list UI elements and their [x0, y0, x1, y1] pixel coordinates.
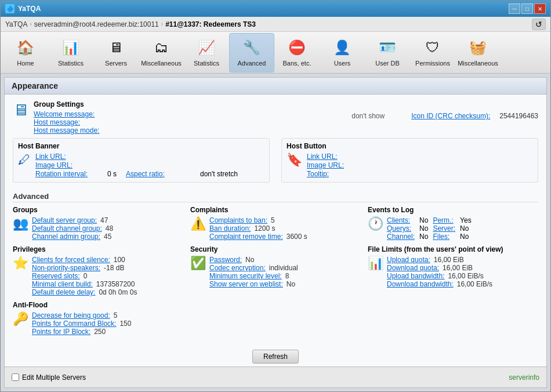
privileges-block: Privileges ⭐ Clients for forced silence:…	[13, 245, 183, 296]
toolbar-bans-label: Bans, etc.	[283, 60, 311, 67]
hb-link-url[interactable]: Link URL:	[307, 153, 376, 161]
toolbar-userdb-label: User DB	[375, 60, 400, 67]
content-area: Appearance 🖥 Group Settings Welcome mess…	[1, 74, 550, 391]
complaints-ban-link[interactable]: Complaints to ban:	[209, 216, 267, 224]
home-icon: 🏠	[15, 37, 36, 58]
toolbar-userdb[interactable]: 🪪 User DB	[365, 33, 410, 72]
points-ip-link[interactable]: Points for IP Block:	[32, 328, 90, 336]
misc1-icon: 🗂	[151, 37, 172, 58]
users-icon: 👤	[332, 37, 353, 58]
reserved-slots-link[interactable]: Reserved slots:	[32, 272, 80, 280]
host-button-title: Host Button	[287, 142, 533, 150]
welcome-message-link[interactable]: Welcome message:	[34, 110, 95, 118]
toolbar-statistics1[interactable]: 📊 Statistics	[48, 33, 93, 72]
password-link[interactable]: Password:	[209, 256, 242, 264]
host-banner-title: Host Banner	[18, 142, 264, 150]
back-button[interactable]: ↺	[532, 19, 546, 30]
show-weblist-link[interactable]: Show server on weblist:	[209, 280, 283, 288]
toolbar-miscellaneous2[interactable]: 🧺 Miscellaneous	[455, 33, 501, 72]
toolbar-servers[interactable]: 🖥 Servers	[93, 33, 139, 72]
minimize-button[interactable]: ─	[509, 3, 520, 14]
maximize-button[interactable]: □	[521, 3, 533, 14]
min-security-link[interactable]: Minimum security level:	[209, 272, 282, 280]
close-button[interactable]: ✕	[534, 3, 546, 14]
statistics2-icon: 📈	[196, 37, 217, 58]
groups-block: Groups 👥 Default server group: 47	[13, 206, 183, 241]
channel-label[interactable]: Channel:	[387, 233, 415, 241]
ban-duration-link[interactable]: Ban duration:	[209, 224, 251, 233]
host-message-link[interactable]: Host message:	[34, 118, 80, 126]
default-server-group-link[interactable]: Default server group:	[32, 216, 97, 224]
default-channel-group-link[interactable]: Default channel group:	[32, 224, 102, 233]
aspect-ratio-link[interactable]: Aspect ratio:	[126, 170, 195, 178]
aspect-value: don't stretch	[200, 170, 238, 178]
addr-server: serveradmin@root4.redeemer.biz:10011	[34, 20, 159, 28]
events-title: Events to Log	[368, 206, 538, 214]
userdb-icon: 🪪	[377, 37, 398, 58]
monitor-icon: 🖥	[13, 100, 29, 119]
banner-image-url[interactable]: Image URL:	[35, 161, 105, 169]
middle-column: Complaints ⚠️ Complaints to ban: 5	[190, 206, 361, 340]
min-client-link[interactable]: Minimal client build:	[32, 280, 93, 288]
toolbar-users-label: Users	[334, 60, 351, 67]
perm-label[interactable]: Perm.:	[433, 216, 455, 224]
toolbar-miscellaneous1[interactable]: 🗂 Miscellaneous	[139, 33, 184, 72]
non-priority-link[interactable]: Non-priority-speakers:	[32, 264, 100, 272]
hb-tooltip[interactable]: Tooltip:	[307, 170, 376, 178]
min-security-val: 8	[285, 272, 289, 280]
min-client-val: 1373587200	[96, 280, 135, 288]
channel-admin-group-val: 45	[104, 233, 111, 241]
complaint-remove-val: 3600 s	[287, 233, 307, 241]
icon-id-link[interactable]: Icon ID (CRC checksum):	[411, 112, 490, 120]
security-icon: ✅	[190, 256, 206, 271]
dont-show-value: don't show	[351, 112, 385, 120]
channel-admin-group-link[interactable]: Channel admin group:	[32, 233, 100, 241]
download-bw-link[interactable]: Download bandwidth:	[387, 280, 454, 288]
banner-icon: 🖊	[18, 153, 31, 168]
toolbar-bans[interactable]: ⛔ Bans, etc.	[274, 33, 320, 72]
forced-silence-link[interactable]: Clients for forced silence:	[32, 256, 110, 264]
edit-multiple-label: Edit Multiple Servers	[22, 373, 86, 382]
host-message-mode-link[interactable]: Host message mode:	[34, 126, 99, 135]
toolbar-advanced[interactable]: 🔧 Advanced	[229, 33, 274, 72]
banner-link-url[interactable]: Link URL:	[35, 153, 105, 161]
download-quota-link[interactable]: Download quota:	[387, 264, 439, 272]
hb-image-url[interactable]: Image URL:	[307, 161, 376, 169]
complaint-remove-link[interactable]: Complaint remove time:	[209, 233, 283, 241]
bottom-bar: Edit Multiple Servers serverinfo	[5, 366, 546, 387]
permissions-icon: 🛡	[422, 37, 443, 58]
advanced-icon: 🔧	[241, 37, 262, 58]
toolbar-statistics2[interactable]: 📈 Statistics	[184, 33, 229, 72]
points-cmd-link[interactable]: Points for Command Block:	[32, 320, 116, 328]
panel-header: Appearance	[5, 78, 546, 95]
app-icon: 🔷	[5, 4, 14, 13]
toolbar-permissions[interactable]: 🛡 Permissions	[410, 33, 455, 72]
toolbar-servers-label: Servers	[105, 60, 127, 67]
toolbar-misc1-label: Miscellaneous	[141, 60, 182, 67]
upload-bw-link[interactable]: Upload bandwidth:	[387, 272, 444, 280]
perm-val: Yes	[460, 216, 472, 224]
complaints-block: Complaints ⚠️ Complaints to ban: 5	[190, 206, 361, 241]
group-settings-block: Group Settings Welcome message: Host mes…	[34, 100, 99, 135]
banner-rotation[interactable]: Rotation interval:	[35, 170, 105, 178]
file-limits-title: File Limits (from the users' point of vi…	[368, 245, 538, 253]
querys-label[interactable]: Querys:	[387, 224, 415, 233]
decrease-good-link[interactable]: Decrease for being good:	[32, 311, 110, 320]
show-weblist-val: No	[287, 280, 295, 288]
ban-duration-val: 1200 s	[254, 224, 275, 233]
edit-multiple-checkbox[interactable]	[12, 373, 19, 381]
codec-enc-link[interactable]: Codec encryption:	[209, 264, 266, 272]
download-bw-val: 16,00 EiB/s	[457, 280, 492, 288]
toolbar-users[interactable]: 👤 Users	[320, 33, 365, 72]
default-delete-link[interactable]: Default delete delay:	[32, 288, 95, 296]
clients-label[interactable]: Clients:	[387, 216, 415, 224]
panel-body: 🖥 Group Settings Welcome message: Host m…	[5, 95, 546, 366]
appearance-section: 🖥 Group Settings Welcome message: Host m…	[13, 100, 538, 183]
decrease-good-val: 5	[114, 311, 118, 320]
refresh-button[interactable]: Refresh	[252, 350, 299, 364]
server-label[interactable]: Server:	[433, 224, 455, 233]
toolbar-home[interactable]: 🏠 Home	[3, 33, 48, 72]
files-label[interactable]: Files:	[433, 233, 455, 241]
upload-quota-link[interactable]: Upload quota:	[387, 256, 430, 264]
querys-val: No	[419, 224, 428, 233]
